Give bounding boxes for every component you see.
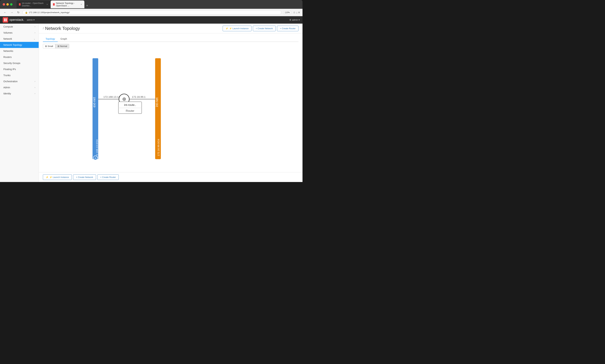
- page-header: / Network Topology ⚡ ⚡ Launch Instance +…: [39, 24, 303, 33]
- bottom-launch-instance-label: ⚡ Launch Instance: [50, 176, 69, 179]
- bottom-create-network-button[interactable]: + Create Network: [73, 174, 96, 180]
- sidebar-item-floating-ips[interactable]: Floating IPs: [0, 66, 39, 72]
- close-button[interactable]: [3, 3, 5, 6]
- topology-diagram: ext-net 172.168.13.0/24 ⊕ int-net: [43, 51, 298, 169]
- bottom-bar: ⚡ ⚡ Launch Instance + Create Network + C…: [39, 172, 303, 182]
- sidebar-label-network-topology: Network Topology: [3, 44, 22, 46]
- tab-label-2: Network Topology - OpenStack ...: [56, 2, 78, 7]
- svg-rect-0: [4, 19, 5, 20]
- header-admin-dropdown[interactable]: admin ▾: [27, 19, 35, 21]
- sidebar-item-network-topology[interactable]: Network Topology: [0, 42, 39, 48]
- router-icon: ⊛: [122, 96, 126, 102]
- int-net-label: int-net: [155, 97, 159, 107]
- chevron-admin: ›: [35, 86, 35, 89]
- tab-graph-label: Graph: [60, 38, 67, 40]
- size-normal-label: Normal: [60, 45, 67, 47]
- create-network-button[interactable]: + Create Network: [253, 26, 276, 31]
- tab-label-1: int-router - OpenStack Dashbo...: [22, 2, 44, 7]
- ext-net-subnet: 172.168.13.0/24: [96, 140, 98, 158]
- tab-graph[interactable]: Graph: [58, 36, 70, 42]
- tab-topology-label: Topology: [46, 38, 55, 40]
- sidebar-item-network[interactable]: Network ⌄: [0, 36, 39, 42]
- size-normal-button[interactable]: ⊞ Normal: [55, 44, 69, 49]
- traffic-lights: [3, 3, 13, 6]
- sidebar-label-trunks: Trunks: [3, 74, 11, 77]
- reload-button[interactable]: ↻: [16, 10, 20, 15]
- create-router-label: + Create Router: [280, 27, 296, 30]
- bottom-create-router-button[interactable]: + Create Router: [97, 174, 119, 180]
- sidebar-item-volumes[interactable]: Volumes ›: [0, 30, 39, 36]
- sidebar-item-routers[interactable]: Routers: [0, 54, 39, 60]
- sidebar-label-network: Network: [3, 38, 12, 40]
- logo-svg: [4, 18, 7, 22]
- sidebar-item-identity[interactable]: Identity ›: [0, 91, 39, 97]
- bottom-create-network-label: + Create Network: [76, 176, 93, 179]
- sidebar-label-identity: Identity: [3, 92, 11, 95]
- sidebar-item-orchestration[interactable]: Orchestration ›: [0, 78, 39, 84]
- app-container: openstack. admin ▾ ⚙ admin ▾ Compute › V…: [0, 16, 303, 182]
- tab-network-topology[interactable]: Network Topology - OpenStack ... ✕: [51, 0, 84, 8]
- minimize-button[interactable]: [6, 3, 9, 6]
- tab-close-1[interactable]: ✕: [46, 3, 48, 6]
- sidebar-label-volumes: Volumes: [3, 31, 13, 34]
- sidebar-item-trunks[interactable]: Trunks: [0, 72, 39, 78]
- router-tooltip-label: Router: [126, 109, 134, 112]
- launch-icon: ⚡: [226, 27, 228, 30]
- tab-topology[interactable]: Topology: [43, 36, 58, 42]
- app-header: openstack. admin ▾ ⚙ admin ▾: [0, 16, 303, 24]
- browser-tabs: int-router - OpenStack Dashbo... ✕ Netwo…: [16, 0, 300, 8]
- header-admin-label: admin ▾: [27, 19, 35, 21]
- bottom-create-router-label: + Create Router: [100, 176, 116, 179]
- header-actions: ⚡ ⚡ Launch Instance + Create Network + C…: [223, 26, 298, 31]
- int-net-subnet: 172.16.99.0/24: [157, 139, 160, 156]
- small-grid-icon: ⊞: [45, 45, 47, 47]
- tab-close-2[interactable]: ✕: [80, 3, 82, 6]
- bottom-launch-icon: ⚡: [46, 176, 49, 179]
- breadcrumb-separator: /: [43, 27, 44, 30]
- content-area: / Network Topology ⚡ ⚡ Launch Instance +…: [39, 24, 303, 182]
- svg-rect-2: [4, 20, 5, 21]
- topology-content: Topology Graph ⊞ Small ⊞ Norm: [39, 33, 303, 172]
- sidebar-label-compute: Compute: [3, 25, 13, 28]
- create-router-button[interactable]: + Create Router: [277, 26, 298, 31]
- sidebar-item-compute[interactable]: Compute ›: [0, 24, 39, 30]
- header-right: ⚙ admin ▾: [289, 19, 300, 21]
- address-bar-container: ← → ↻ 🔒 172.168.12.100/project/network_t…: [0, 9, 303, 16]
- sidebar-label-admin: Admin: [3, 86, 10, 89]
- svg-rect-1: [6, 19, 7, 20]
- int-net-ip-label: 172.16.99.1: [132, 95, 145, 98]
- normal-grid-icon: ⊞: [58, 45, 59, 47]
- browser-nav-icons: ☆ ↓ ≡: [293, 11, 300, 14]
- address-input[interactable]: 🔒 172.168.12.100/project/network_topolog…: [23, 10, 281, 15]
- launch-instance-button[interactable]: ⚡ ⚡ Launch Instance: [223, 26, 252, 31]
- topology-svg: ext-net 172.168.13.0/24 ⊕ int-net: [43, 51, 298, 169]
- topology-tabs: Topology Graph: [43, 36, 298, 42]
- create-network-label: + Create Network: [256, 27, 273, 30]
- lock-icon: 🔒: [25, 11, 28, 14]
- chevron-compute: ›: [35, 26, 35, 28]
- logo-icon: [3, 17, 8, 23]
- sidebar: Compute › Volumes › Network ⌄ Network To…: [0, 24, 39, 182]
- maximize-button[interactable]: [10, 3, 13, 6]
- chevron-network: ⌄: [34, 38, 35, 40]
- chevron-identity: ›: [35, 92, 35, 95]
- header-admin-right[interactable]: ⚙ admin ▾: [289, 19, 300, 21]
- tab-favicon-1: [19, 3, 21, 6]
- sidebar-item-networks[interactable]: Networks: [0, 48, 39, 54]
- back-button[interactable]: ←: [3, 10, 7, 15]
- zoom-level: 110%: [283, 11, 291, 14]
- ext-net-ip-label: 172.168.13.14: [103, 95, 120, 98]
- launch-instance-label: ⚡ Launch Instance: [229, 27, 249, 30]
- ext-net-label: ext-net: [92, 97, 96, 107]
- sidebar-label-routers: Routers: [3, 56, 12, 58]
- new-tab-button[interactable]: +: [85, 3, 90, 8]
- tab-openstack-dashboard[interactable]: int-router - OpenStack Dashbo... ✕: [16, 0, 50, 8]
- forward-button[interactable]: →: [10, 10, 14, 15]
- sidebar-item-security-groups[interactable]: Security Groups: [0, 60, 39, 66]
- sidebar-label-floating-ips: Floating IPs: [3, 68, 16, 71]
- sidebar-item-admin[interactable]: Admin ›: [0, 84, 39, 91]
- logo-text: openstack.: [10, 18, 24, 22]
- size-small-button[interactable]: ⊞ Small: [43, 44, 55, 49]
- address-text: 172.168.12.100/project/network_topology/: [29, 11, 70, 14]
- bottom-launch-instance-button[interactable]: ⚡ ⚡ Launch Instance: [43, 174, 72, 180]
